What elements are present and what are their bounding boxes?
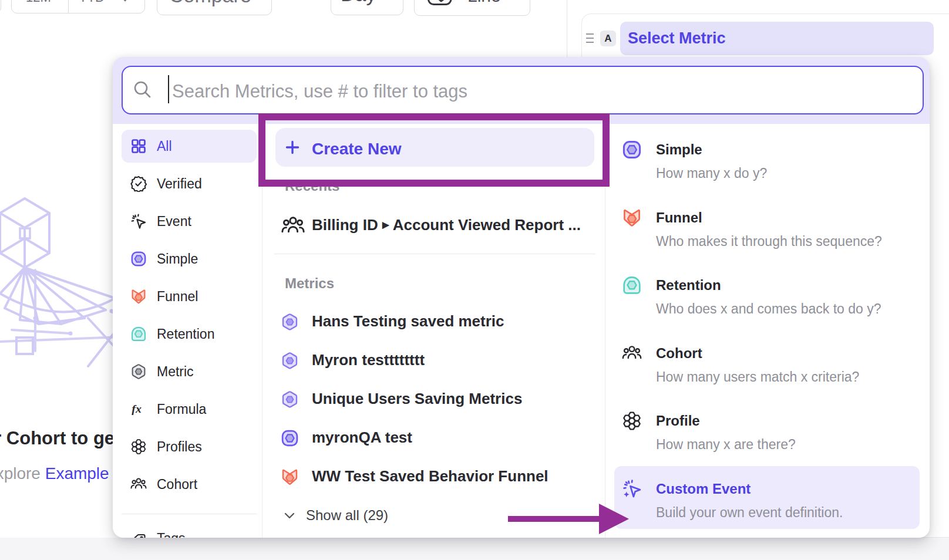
svg-text:fx: fx [132,402,142,415]
